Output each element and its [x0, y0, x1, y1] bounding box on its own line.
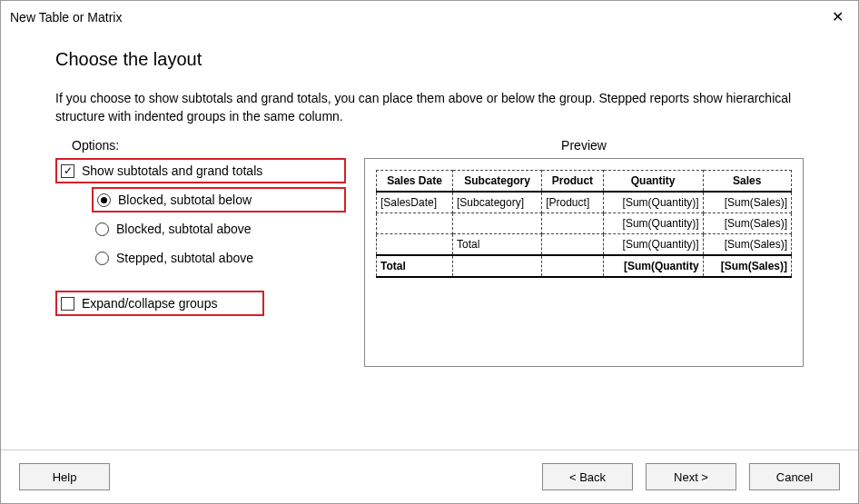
preview-table: Sales Date Subcategory Product Quantity …: [376, 170, 792, 278]
cancel-button[interactable]: Cancel: [749, 463, 840, 490]
radio-blocked-above-label: Blocked, subtotal above: [116, 222, 252, 236]
radio-stepped-above-label: Stepped, subtotal above: [116, 251, 253, 265]
expand-collapse-label: Expand/collapse groups: [82, 296, 217, 311]
preview-box: Sales Date Subcategory Product Quantity …: [364, 158, 804, 367]
expand-collapse-option[interactable]: Expand/collapse groups: [55, 291, 264, 316]
window-title: New Table or Matrix: [10, 10, 122, 25]
radio-blocked-below-label: Blocked, subtotal below: [118, 193, 252, 207]
radio-stepped-above[interactable]: Stepped, subtotal above: [92, 245, 346, 271]
table-row: Total [Sum(Quantity)] [Sum(Sales)]: [377, 234, 792, 256]
table-row: [SalesDate] [Subcategory] [Product] [Sum…: [377, 192, 792, 213]
back-button[interactable]: < Back: [542, 463, 633, 490]
show-subtotals-option[interactable]: Show subtotals and grand totals: [55, 158, 346, 183]
button-bar: Help < Back Next > Cancel: [1, 450, 858, 503]
radio-blocked-above[interactable]: Blocked, subtotal above: [92, 216, 346, 242]
options-header: Options:: [55, 138, 346, 153]
col-salesdate: Sales Date: [377, 171, 453, 193]
next-button[interactable]: Next >: [646, 463, 736, 490]
table-row: [Sum(Quantity)] [Sum(Sales)]: [377, 213, 792, 234]
help-button[interactable]: Help: [19, 463, 110, 490]
show-subtotals-checkbox[interactable]: [61, 164, 74, 178]
table-total-row: Total [Sum(Quantity [Sum(Sales)]: [377, 255, 792, 277]
table-header-row: Sales Date Subcategory Product Quantity …: [377, 171, 792, 193]
radio-blocked-below-input[interactable]: [97, 193, 111, 207]
col-subcategory: Subcategory: [453, 171, 542, 193]
page-description: If you choose to show subtotals and gran…: [55, 90, 804, 125]
radio-blocked-above-input[interactable]: [95, 222, 109, 236]
col-sales: Sales: [703, 171, 791, 193]
content-area: Choose the layout If you choose to show …: [1, 33, 858, 450]
options-panel: Options: Show subtotals and grand totals…: [55, 138, 346, 367]
preview-header: Preview: [364, 138, 804, 153]
preview-panel: Preview Sales Date Subcategory Product Q…: [364, 138, 804, 367]
page-title: Choose the layout: [55, 49, 804, 70]
radio-blocked-below[interactable]: Blocked, subtotal below: [92, 187, 346, 212]
radio-stepped-above-input[interactable]: [95, 252, 109, 265]
close-icon[interactable]: ✕: [826, 6, 849, 27]
expand-collapse-checkbox[interactable]: [61, 297, 74, 311]
show-subtotals-label: Show subtotals and grand totals: [82, 163, 262, 178]
col-quantity: Quantity: [603, 171, 703, 193]
col-product: Product: [542, 171, 603, 193]
titlebar: New Table or Matrix ✕: [1, 1, 858, 33]
